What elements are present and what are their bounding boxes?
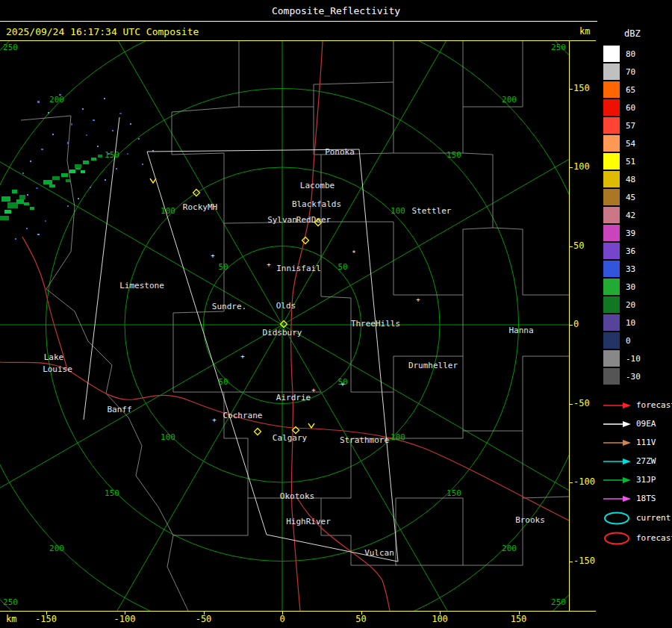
- polar-grid: [0, 41, 569, 611]
- colorbar-swatch: [603, 153, 620, 170]
- colorbar-swatch: [603, 63, 620, 80]
- axis-tick: [125, 611, 125, 615]
- colorbar-swatch: [603, 279, 620, 295]
- colorbar-swatch: [603, 171, 620, 187]
- place-label: Drumheller: [408, 361, 458, 370]
- right-axis-label: -150: [573, 556, 599, 566]
- precip-echo: [48, 112, 49, 114]
- precip-echo: [37, 101, 40, 103]
- precip-echo: [112, 130, 113, 131]
- radar-site-marker: [255, 429, 261, 435]
- colorbar-label: 20: [626, 300, 635, 310]
- legend-label: 18TS: [636, 494, 656, 503]
- radar-map-canvas[interactable]: 2502001501005025020015010050501001502002…: [0, 41, 569, 611]
- place-label: Cochrane: [223, 411, 263, 420]
- precip-echo: [41, 149, 43, 150]
- range-ring-label: 50: [218, 377, 228, 387]
- colorbar-label: 70: [626, 67, 635, 77]
- track-arrow-icon: [602, 494, 633, 504]
- range-ring-label: 150: [447, 150, 461, 160]
- colorbar-label: 65: [626, 85, 635, 95]
- axis-tick: [569, 482, 573, 483]
- timestamp-label: 2025/09/24 16:17:34 UTC Composite: [6, 26, 199, 37]
- precip-echo: [43, 180, 52, 184]
- precip-echo: [24, 202, 29, 205]
- colorbar-row: 48: [603, 170, 641, 188]
- precip-echo: [97, 146, 99, 147]
- colorbar-row: -10: [603, 349, 641, 367]
- colorbar-swatch: [603, 350, 620, 367]
- colorbar-swatch: [603, 243, 620, 259]
- precip-echo: [130, 123, 131, 125]
- place-label: Sylvan: [267, 215, 297, 225]
- legend-label: current: [636, 513, 671, 523]
- colorbar-row: 33: [603, 260, 641, 278]
- legend-label: 111V: [636, 438, 656, 447]
- track-arrow-icon: [602, 456, 633, 467]
- right-axis-label: 50: [573, 240, 599, 251]
- colorbar-row: 51: [603, 152, 641, 170]
- colorbar-label: 30: [626, 282, 635, 292]
- storm-marker: [308, 423, 314, 428]
- colorbar-row: 0: [603, 332, 641, 349]
- colorbar-label: 33: [626, 264, 635, 274]
- colorbar-label: 39: [626, 228, 635, 238]
- precip-echo: [0, 216, 9, 220]
- precip-echo: [90, 187, 91, 188]
- precip-echo: [15, 238, 16, 240]
- colorbar-label: 54: [626, 139, 635, 149]
- place-label: Hanna: [508, 326, 533, 335]
- precip-echo: [12, 190, 17, 193]
- place-label: Didsbury: [263, 328, 302, 338]
- range-ring-label: 150: [447, 488, 461, 498]
- axis-tick: [569, 167, 573, 168]
- axis-tick: [204, 611, 205, 615]
- city-marker: *: [352, 249, 355, 257]
- colorbar-swatch: [603, 189, 620, 205]
- storm-legend: forecast 09EA 111V 27ZW 31JP 18TS curren…: [602, 396, 672, 548]
- range-ring-label: 250: [3, 597, 18, 607]
- precip-echo: [98, 155, 102, 158]
- place-label: Innisfail: [276, 264, 321, 273]
- colorbar-label: 51: [626, 157, 635, 167]
- precip-echo: [104, 98, 105, 99]
- colorbar-swatch: [603, 225, 620, 241]
- colorbar-label: 42: [626, 211, 635, 220]
- place-label: RockyMH: [183, 202, 217, 212]
- legend-row: 111V: [602, 433, 672, 452]
- city-marker: +: [340, 380, 345, 388]
- track-arrow-icon: [602, 475, 633, 485]
- precip-echo: [119, 113, 122, 114]
- legend-label: 31JP: [636, 475, 656, 485]
- colorbar-swatch: [603, 81, 620, 98]
- radar-map[interactable]: 2502001501005025020015010050501001502002…: [0, 41, 569, 611]
- colorbar-label: 10: [626, 318, 635, 328]
- place-label: Okotoks: [280, 491, 314, 501]
- range-ring-label: 50: [218, 262, 228, 272]
- track-arrow-icon: [602, 419, 633, 429]
- place-label: Banff: [107, 405, 131, 414]
- bottom-axis-label: -150: [31, 614, 61, 624]
- colorbar-row: 65: [603, 81, 641, 99]
- legend-row: current: [602, 508, 672, 528]
- place-label: Limestone: [119, 281, 164, 290]
- colorbar-row: 20: [603, 296, 641, 314]
- axis-tick: [361, 611, 362, 615]
- colorbar-row: 80: [603, 45, 641, 63]
- legend-row: 18TS: [602, 489, 672, 508]
- colorbar-row: 45: [603, 188, 641, 206]
- colorbar-swatch: [603, 296, 620, 313]
- place-label: RedDeer: [296, 215, 332, 225]
- axis-tick: [569, 404, 573, 405]
- precip-echo: [78, 198, 79, 199]
- precipitation-echoes: [0, 94, 154, 240]
- precip-echo: [30, 161, 31, 162]
- range-ring-label: 100: [391, 432, 405, 442]
- precip-echo: [116, 168, 117, 170]
- precip-echo: [66, 179, 70, 182]
- precip-echo: [30, 207, 34, 210]
- right-axis-label: -100: [573, 476, 599, 487]
- city-marker: +: [416, 296, 420, 303]
- precip-echo: [27, 194, 28, 196]
- colorbar-title: dBZ: [624, 28, 641, 39]
